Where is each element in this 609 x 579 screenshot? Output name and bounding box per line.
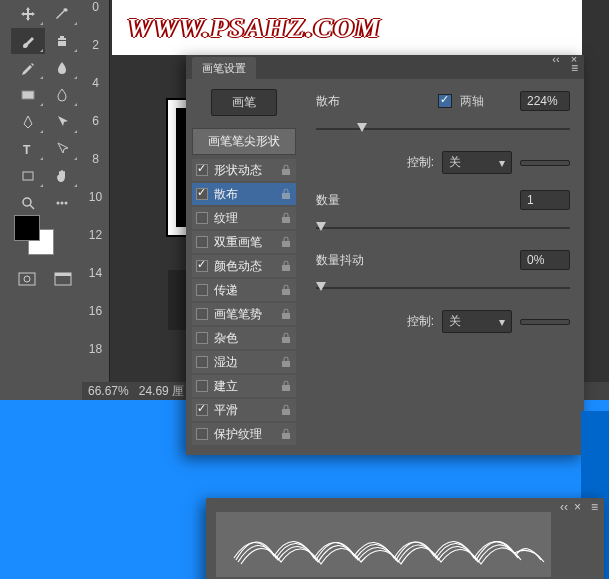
svg-rect-14 (282, 241, 290, 247)
jitter-label: 数量抖动 (316, 252, 376, 269)
brush-controls: 散布 两轴 224% 控制: 关▾ 数量 1 数量抖动 (302, 79, 584, 455)
option-label: 形状动态 (214, 162, 274, 179)
brush-option-8[interactable]: 湿边 (192, 351, 296, 373)
option-label: 杂色 (214, 330, 274, 347)
tab-brush-settings[interactable]: 画笔设置 (192, 57, 256, 79)
option-label: 平滑 (214, 402, 274, 419)
tool-gradient[interactable] (11, 82, 45, 108)
scatter-label: 散布 (316, 93, 346, 110)
tool-eyedropper[interactable] (46, 1, 80, 27)
collapse-icon[interactable]: ‹‹ (560, 500, 568, 514)
tool-type[interactable]: T (11, 136, 45, 162)
scatter-slider[interactable] (316, 123, 570, 137)
lock-icon (280, 188, 292, 200)
scatter-value[interactable]: 224% (520, 91, 570, 111)
svg-rect-17 (282, 313, 290, 319)
brush-button[interactable]: 画笔 (211, 89, 277, 116)
svg-rect-12 (282, 193, 290, 199)
control1-select[interactable]: 关▾ (442, 151, 512, 174)
lock-icon (280, 260, 292, 272)
count-value[interactable]: 1 (520, 190, 570, 210)
brush-option-9[interactable]: 建立 (192, 375, 296, 397)
control2-label: 控制: (316, 313, 434, 330)
foreground-color[interactable] (14, 215, 40, 241)
checkbox[interactable] (196, 212, 208, 224)
close-icon[interactable]: × (574, 500, 581, 514)
checkbox[interactable] (196, 332, 208, 344)
lock-icon (280, 332, 292, 344)
option-label: 保护纹理 (214, 426, 274, 443)
both-axes-checkbox[interactable] (438, 94, 452, 108)
brush-option-4[interactable]: 颜色动态 (192, 255, 296, 277)
brush-option-1[interactable]: 散布 (192, 183, 296, 205)
checkbox[interactable] (196, 308, 208, 320)
tool-bucket[interactable] (46, 82, 80, 108)
tool-direct-select[interactable] (46, 136, 80, 162)
control2-select[interactable]: 关▾ (442, 310, 512, 333)
jitter-value[interactable]: 0% (520, 250, 570, 270)
lock-icon (280, 212, 292, 224)
brush-option-2[interactable]: 纹理 (192, 207, 296, 229)
tool-more[interactable] (46, 190, 80, 216)
count-slider[interactable] (316, 222, 570, 236)
brush-option-11[interactable]: 保护纹理 (192, 423, 296, 445)
tool-move[interactable] (11, 1, 45, 27)
tool-history-brush[interactable] (11, 55, 45, 81)
screen-mode[interactable] (46, 266, 80, 292)
brush-option-3[interactable]: 双重画笔 (192, 231, 296, 253)
brush-option-5[interactable]: 传递 (192, 279, 296, 301)
checkbox[interactable] (196, 164, 208, 176)
panel-menu-icon[interactable]: ≡ (591, 500, 598, 514)
tool-clone[interactable] (46, 28, 80, 54)
svg-rect-20 (282, 385, 290, 391)
checkbox[interactable] (196, 356, 208, 368)
brush-option-10[interactable]: 平滑 (192, 399, 296, 421)
tool-zoom[interactable] (11, 190, 45, 216)
brush-option-0[interactable]: 形状动态 (192, 159, 296, 181)
lock-icon (280, 164, 292, 176)
svg-text:T: T (23, 143, 31, 157)
option-label: 画笔笔势 (214, 306, 274, 323)
brush-settings-panel: ‹‹ × 画笔设置 ≡ 画笔 画笔笔尖形状 形状动态散布纹理双重画笔颜色动态传递… (186, 55, 584, 455)
panel-menu-icon[interactable]: ≡ (571, 61, 578, 75)
stroke-graphic (226, 520, 546, 570)
tool-hand[interactable] (46, 163, 80, 189)
brush-options-list: 画笔 画笔笔尖形状 形状动态散布纹理双重画笔颜色动态传递画笔笔势杂色湿边建立平滑… (186, 79, 302, 455)
lock-icon (280, 404, 292, 416)
svg-rect-15 (282, 265, 290, 271)
svg-rect-22 (282, 433, 290, 439)
brush-option-6[interactable]: 画笔笔势 (192, 303, 296, 325)
svg-rect-13 (282, 217, 290, 223)
checkbox[interactable] (196, 428, 208, 440)
jitter-slider[interactable] (316, 282, 570, 296)
collapse-icon[interactable]: ‹‹ (550, 53, 562, 65)
tool-rectangle[interactable] (11, 163, 45, 189)
control1-value (520, 160, 570, 166)
svg-point-5 (61, 202, 64, 205)
tool-brush[interactable] (11, 28, 45, 54)
color-swatches[interactable] (14, 215, 64, 265)
checkbox[interactable] (196, 404, 208, 416)
svg-rect-10 (55, 273, 71, 276)
brush-tip-shape[interactable]: 画笔笔尖形状 (192, 128, 296, 155)
zoom-value[interactable]: 66.67% (88, 384, 129, 398)
checkbox[interactable] (196, 380, 208, 392)
svg-point-6 (65, 202, 68, 205)
svg-rect-0 (22, 91, 34, 99)
doc-size: 24.69 厘 (139, 383, 184, 400)
svg-rect-21 (282, 409, 290, 415)
checkbox[interactable] (196, 260, 208, 272)
tool-blur[interactable] (46, 55, 80, 81)
checkbox[interactable] (196, 188, 208, 200)
tool-pen[interactable] (11, 109, 45, 135)
option-label: 颜色动态 (214, 258, 274, 275)
brush-option-7[interactable]: 杂色 (192, 327, 296, 349)
control2-value (520, 319, 570, 325)
quick-mask[interactable] (10, 266, 44, 292)
svg-rect-16 (282, 289, 290, 295)
tool-path-select[interactable] (46, 109, 80, 135)
checkbox[interactable] (196, 284, 208, 296)
brush-preview-panel: ‹‹ × ≡ (206, 498, 604, 579)
option-label: 传递 (214, 282, 274, 299)
checkbox[interactable] (196, 236, 208, 248)
